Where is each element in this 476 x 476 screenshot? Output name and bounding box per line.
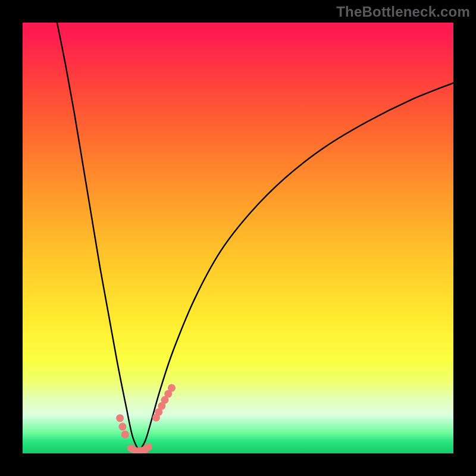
curve-right-branch: [139, 83, 453, 451]
watermark-text: TheBottleneck.com: [336, 4, 470, 20]
marker-dot: [121, 431, 129, 439]
curve-left-branch: [57, 23, 139, 451]
marker-dot: [168, 384, 176, 392]
curve-layer: [23, 23, 453, 453]
plot-area: [23, 23, 453, 453]
bottleneck-curve: [57, 23, 453, 451]
outer-frame: TheBottleneck.com: [0, 0, 476, 476]
marker-dot: [116, 414, 124, 422]
marker-dot: [145, 443, 152, 451]
marker-dot: [118, 423, 126, 431]
marker-points: [116, 384, 176, 453]
